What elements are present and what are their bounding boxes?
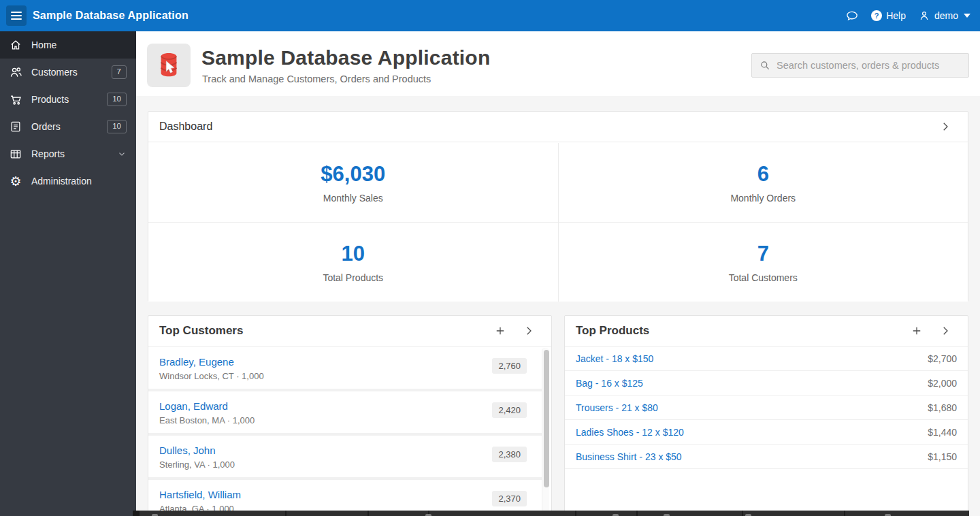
customer-detail: Windsor Locks, CT · 1,000	[159, 371, 480, 381]
top-customers-title: Top Customers	[159, 324, 243, 338]
stat-label: Total Customers	[729, 272, 798, 283]
dashboard-title: Dashboard	[159, 120, 212, 133]
sidebar-item-label: Home	[31, 39, 56, 50]
app-logo	[147, 44, 191, 87]
hamburger-menu-button[interactable]	[6, 5, 27, 26]
stat-value: 7	[757, 242, 769, 266]
stat-monthly-orders[interactable]: 6 Monthly Orders	[559, 143, 968, 222]
sidebar-item-label: Orders	[31, 121, 61, 132]
gear-icon: ⚙	[8, 174, 23, 189]
customer-row[interactable]: Bradley, Eugene Windsor Locks, CT · 1,00…	[148, 347, 542, 391]
product-row[interactable]: Ladies Shoes - 12 x $120 $1,440	[565, 420, 968, 445]
sidebar-navigation: Home Customers 7 Products 10	[0, 31, 136, 516]
stat-total-products[interactable]: 10 Total Products	[148, 223, 558, 302]
customer-row[interactable]: Dulles, John Sterling, VA · 1,000 2,380	[148, 436, 542, 480]
customer-detail: Sterling, VA · 1,000	[159, 459, 480, 470]
top-navigation-bar: Sample Database Application ? Help	[0, 0, 980, 31]
plus-icon	[911, 325, 923, 337]
chevron-down-icon	[117, 149, 127, 159]
scrollbar-thumb[interactable]	[544, 350, 549, 487]
product-link[interactable]: Bag - 16 x $125	[576, 378, 643, 389]
product-link[interactable]: Business Shirt - 23 x $50	[576, 451, 682, 462]
count-badge: 7	[112, 65, 127, 79]
person-icon	[918, 10, 930, 22]
main-content: Sample Database Application Track and Ma…	[136, 31, 980, 516]
page-subtitle: Track and Manage Customers, Orders and P…	[202, 74, 431, 84]
document-list-icon	[8, 119, 23, 134]
customer-amount-badge: 2,760	[492, 358, 527, 374]
search-icon	[759, 59, 771, 71]
sidebar-item-products[interactable]: Products 10	[0, 86, 136, 113]
dashboard-expand-button[interactable]	[939, 120, 951, 133]
product-total: $1,680	[928, 402, 957, 413]
view-products-button[interactable]	[939, 325, 951, 337]
product-row[interactable]: Business Shirt - 23 x $50 $1,150	[565, 445, 968, 469]
app-window: Sample Database Application ? Help	[0, 0, 980, 516]
add-customer-button[interactable]	[494, 325, 506, 337]
customer-link[interactable]: Bradley, Eugene	[159, 356, 480, 368]
customer-link[interactable]: Dulles, John	[159, 445, 480, 456]
top-products-title: Top Products	[576, 324, 649, 338]
stat-monthly-sales[interactable]: $6,030 Monthly Sales	[148, 143, 558, 222]
customers-scrollbar[interactable]	[542, 348, 549, 516]
sidebar-item-orders[interactable]: Orders 10	[0, 113, 136, 140]
add-product-button[interactable]	[911, 325, 923, 337]
product-total: $1,440	[928, 427, 957, 438]
user-menu-button[interactable]: demo	[918, 10, 970, 22]
top-products-list: Jacket - 18 x $150 $2,700 Bag - 16 x $12…	[565, 346, 968, 469]
help-icon: ?	[871, 10, 882, 21]
sidebar-item-customers[interactable]: Customers 7	[0, 59, 136, 86]
product-link[interactable]: Jacket - 18 x $150	[576, 353, 653, 364]
sidebar-item-label: Products	[31, 94, 69, 105]
bottom-taskbar-strip[interactable]	[133, 511, 969, 516]
search-box	[751, 53, 969, 78]
count-badge: 10	[107, 93, 127, 106]
sidebar-item-administration[interactable]: ⚙ Administration	[0, 167, 136, 195]
feedback-button[interactable]	[845, 9, 859, 22]
dashboard-stats: $6,030 Monthly Sales 6 Monthly Orders 10…	[148, 143, 968, 302]
product-total: $2,000	[928, 378, 957, 389]
stat-label: Total Products	[323, 272, 383, 283]
customer-amount-badge: 2,380	[492, 447, 527, 462]
product-row[interactable]: Bag - 16 x $125 $2,000	[565, 371, 968, 396]
sidebar-item-home[interactable]: Home	[0, 31, 136, 59]
product-total: $2,700	[928, 353, 957, 364]
dashboard-card: Dashboard $6,030 Monthly Sales 6 Monthly…	[148, 111, 968, 302]
chevron-down-icon	[964, 14, 970, 18]
customer-link[interactable]: Hartsfield, William	[159, 489, 480, 500]
stat-label: Monthly Sales	[323, 193, 383, 204]
chevron-right-icon	[939, 120, 951, 133]
view-customers-button[interactable]	[523, 325, 535, 337]
sidebar-item-label: Reports	[31, 148, 65, 159]
help-button[interactable]: ? Help	[871, 10, 906, 21]
sidebar-item-label: Administration	[31, 176, 92, 187]
home-icon	[8, 37, 23, 52]
chevron-right-icon	[939, 325, 951, 337]
top-products-card: Top Products Jacket - 18 x $150 $2,700 B…	[564, 315, 968, 516]
stat-total-customers[interactable]: 7 Total Customers	[559, 223, 968, 302]
customer-link[interactable]: Logan, Edward	[159, 400, 480, 412]
search-input[interactable]	[777, 54, 968, 77]
stat-value: 10	[342, 242, 365, 266]
product-link[interactable]: Trousers - 21 x $80	[576, 402, 658, 413]
customer-amount-badge: 2,370	[492, 491, 527, 506]
product-row[interactable]: Trousers - 21 x $80 $1,680	[565, 396, 968, 420]
username-label: demo	[934, 10, 958, 21]
sidebar-item-reports[interactable]: Reports	[0, 140, 136, 167]
product-row[interactable]: Jacket - 18 x $150 $2,700	[565, 346, 968, 371]
customer-detail: East Boston, MA · 1,000	[159, 415, 480, 425]
topbar-actions: ? Help demo	[845, 0, 970, 31]
chat-bubble-icon	[845, 9, 859, 22]
stat-value: 6	[757, 162, 769, 187]
count-badge: 10	[107, 120, 127, 133]
top-customers-card: Top Customers Bradley, Eugene Windsor Lo…	[148, 315, 552, 516]
hamburger-icon	[11, 12, 22, 20]
help-label: Help	[886, 10, 906, 21]
product-link[interactable]: Ladies Shoes - 12 x $120	[576, 427, 684, 438]
customer-row[interactable]: Logan, Edward East Boston, MA · 1,000 2,…	[148, 391, 542, 436]
plus-icon	[494, 325, 506, 337]
table-icon	[8, 146, 23, 161]
page-header: Sample Database Application Track and Ma…	[136, 31, 980, 96]
database-icon	[151, 48, 186, 83]
people-icon	[8, 65, 23, 80]
